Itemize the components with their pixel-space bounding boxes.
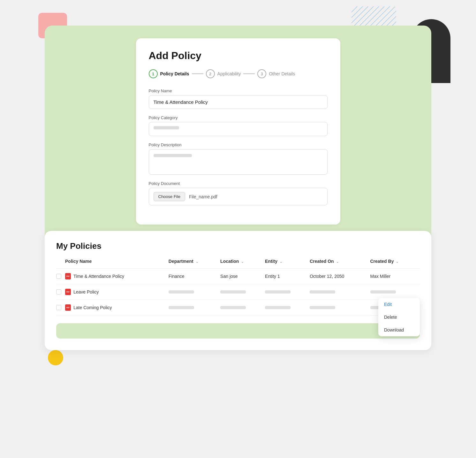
context-menu-edit[interactable]: Edit	[378, 298, 420, 311]
policy-name-cell: Time & Attendance Policy	[73, 274, 124, 279]
row-department	[169, 284, 220, 300]
file-upload-container: Choose File File_name.pdf	[149, 188, 328, 205]
description-blur-placeholder	[154, 154, 192, 157]
blur-placeholder	[169, 290, 194, 294]
blur-placeholder	[310, 290, 335, 294]
add-policy-section: Add Policy 1 Policy Details 2 Applicabil…	[45, 26, 431, 244]
policy-name-input[interactable]	[149, 95, 328, 109]
row-checkbox[interactable]	[56, 289, 61, 294]
category-blur-placeholder	[154, 126, 179, 129]
context-menu-delete[interactable]: Delete	[378, 311, 420, 324]
policy-document-field: Policy Document Choose File File_name.pd…	[149, 181, 328, 205]
row-entity	[265, 284, 310, 300]
policy-category-label: Policy Category	[149, 115, 328, 120]
blur-placeholder	[310, 306, 335, 309]
col-created-on: Created On ⌄	[310, 259, 370, 269]
row-location: San jose	[220, 269, 265, 284]
step-1-label: Policy Details	[160, 71, 189, 76]
blur-placeholder	[370, 290, 396, 294]
file-name-display: File_name.pdf	[189, 194, 217, 199]
blur-placeholder	[265, 306, 291, 309]
step-divider-2	[243, 73, 255, 74]
decorative-yellow-circle	[48, 350, 63, 365]
policy-description-input[interactable]	[149, 149, 328, 175]
row-location	[220, 300, 265, 316]
col-location: Location ⌄	[220, 259, 265, 269]
pdf-icon	[65, 289, 71, 295]
policy-name-cell: Late Coming Policy	[73, 305, 112, 310]
blur-placeholder	[220, 306, 246, 309]
stepper: 1 Policy Details 2 Applicability 3 Ot	[149, 69, 328, 78]
step-2-circle: 2	[206, 69, 215, 78]
blur-placeholder	[265, 290, 291, 294]
pdf-icon	[65, 304, 71, 311]
step-3-circle: 3	[257, 69, 266, 78]
location-sort-icon: ⌄	[241, 260, 244, 263]
table-header-checkbox	[56, 259, 65, 269]
blur-placeholder	[220, 290, 246, 294]
row-checkbox[interactable]	[56, 274, 61, 279]
step-1-circle: 1	[149, 69, 158, 78]
col-department: Department ⌄	[169, 259, 220, 269]
policy-category-input[interactable]	[149, 122, 328, 136]
policy-description-label: Policy Description	[149, 142, 328, 147]
policy-description-field: Policy Description	[149, 142, 328, 175]
form-title: Add Policy	[149, 50, 328, 62]
add-policy-form-card: Add Policy 1 Policy Details 2 Applicabil…	[136, 38, 340, 225]
table-row: Late Coming Policy	[56, 300, 420, 316]
policies-table: Policy Name Department ⌄ Location ⌄ Enti…	[56, 259, 420, 316]
row-checkbox[interactable]	[56, 305, 61, 310]
col-policy-name: Policy Name	[65, 259, 169, 269]
created-on-sort-icon: ⌄	[336, 260, 339, 263]
pdf-icon	[65, 273, 71, 279]
row-created_on	[310, 284, 370, 300]
policy-name-label: Policy Name	[149, 88, 328, 93]
row-created_by: Max Miller	[370, 269, 420, 284]
step-3-label: Other Details	[269, 71, 295, 76]
step-1: 1 Policy Details	[149, 69, 189, 78]
table-row: Leave Policy	[56, 284, 420, 300]
row-entity	[265, 300, 310, 316]
row-created_on	[310, 300, 370, 316]
my-policies-section: My Policies Policy Name Department ⌄ Loc…	[45, 231, 431, 350]
col-entity: Entity ⌄	[265, 259, 310, 269]
policy-name-field: Policy Name	[149, 88, 328, 109]
created-by-sort-icon: ⌄	[396, 260, 398, 263]
step-2: 2 Applicability	[206, 69, 241, 78]
department-sort-icon: ⌄	[196, 260, 198, 263]
row-entity: Entity 1	[265, 269, 310, 284]
step-divider-1	[192, 73, 203, 74]
policy-document-label: Policy Document	[149, 181, 328, 186]
choose-file-button[interactable]: Choose File	[154, 192, 185, 201]
table-footer-bar	[56, 323, 420, 339]
policy-name-cell: Leave Policy	[73, 289, 99, 294]
col-created-by: Created By ⌄	[370, 259, 420, 269]
blur-placeholder	[169, 306, 194, 309]
step-2-label: Applicability	[217, 71, 241, 76]
row-location	[220, 284, 265, 300]
step-3: 3 Other Details	[257, 69, 295, 78]
context-menu-download[interactable]: Download	[378, 324, 420, 336]
row-department	[169, 300, 220, 316]
context-menu: Edit Delete Download	[378, 298, 420, 336]
row-created_on: October 12, 2050	[310, 269, 370, 284]
row-created_by	[370, 284, 420, 300]
policy-category-field: Policy Category	[149, 115, 328, 136]
policies-title: My Policies	[56, 241, 420, 251]
table-row: Time & Attendance PolicyFinanceSan joseE…	[56, 269, 420, 284]
entity-sort-icon: ⌄	[280, 260, 282, 263]
row-department: Finance	[169, 269, 220, 284]
